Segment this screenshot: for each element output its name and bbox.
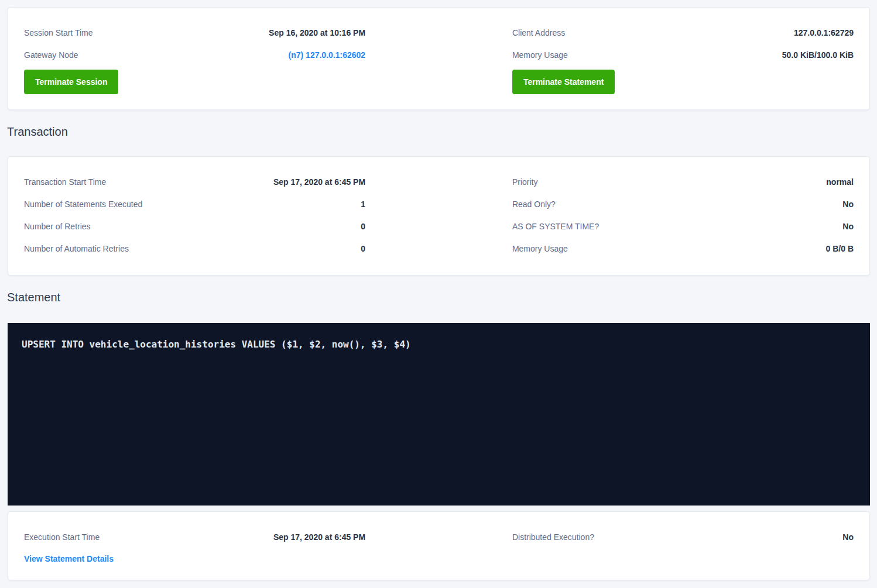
automatic-retries-row: Number of Automatic Retries 0	[24, 238, 365, 260]
as-of-system-time-value: No	[842, 222, 854, 231]
gateway-node-row: Gateway Node (n7) 127.0.0.1:62602	[24, 44, 365, 66]
execution-start-time-row: Execution Start Time Sep 17, 2020 at 6:4…	[24, 526, 365, 548]
read-only-row: Read Only? No	[512, 193, 854, 215]
session-memory-usage-row: Memory Usage 50.0 KiB/100.0 KiB	[512, 44, 854, 66]
priority-label: Priority	[512, 177, 538, 187]
execution-start-time-label: Execution Start Time	[24, 532, 100, 542]
client-address-value: 127.0.0.1:62729	[794, 28, 854, 37]
session-memory-usage-value: 50.0 KiB/100.0 KiB	[782, 50, 854, 60]
priority-row: Priority normal	[512, 171, 854, 193]
gateway-node-label: Gateway Node	[24, 50, 78, 60]
terminate-session-button[interactable]: Terminate Session	[24, 70, 118, 94]
transaction-memory-usage-value: 0 B/0 B	[826, 244, 854, 253]
session-start-time-value: Sep 16, 2020 at 10:16 PM	[269, 28, 365, 37]
gateway-node-link[interactable]: (n7) 127.0.0.1:62602	[289, 50, 366, 60]
session-start-time-label: Session Start Time	[24, 28, 93, 37]
distributed-execution-label: Distributed Execution?	[512, 532, 594, 542]
statements-executed-row: Number of Statements Executed 1	[24, 193, 365, 215]
distributed-execution-value: No	[842, 532, 854, 542]
view-statement-details-row: View Statement Details	[24, 548, 365, 569]
transaction-card-left-column: Transaction Start Time Sep 17, 2020 at 6…	[24, 171, 365, 260]
sql-statement-text: UPSERT INTO vehicle_location_histories V…	[22, 339, 411, 350]
session-card-columns: Session Start Time Sep 16, 2020 at 10:16…	[24, 22, 854, 94]
transaction-start-time-value: Sep 17, 2020 at 6:45 PM	[273, 177, 365, 187]
statements-executed-value: 1	[361, 200, 365, 209]
session-details-page: Session Start Time Sep 16, 2020 at 10:16…	[0, 7, 877, 588]
terminate-statement-button[interactable]: Terminate Statement	[512, 70, 615, 94]
session-summary-card: Session Start Time Sep 16, 2020 at 10:16…	[8, 7, 870, 110]
session-memory-usage-label: Memory Usage	[512, 50, 568, 60]
session-card-left-column: Session Start Time Sep 16, 2020 at 10:16…	[24, 22, 365, 94]
transaction-section-title: Transaction	[7, 123, 877, 140]
execution-start-time-value: Sep 17, 2020 at 6:45 PM	[273, 532, 365, 542]
transaction-memory-usage-row: Memory Usage 0 B/0 B	[512, 238, 854, 260]
session-start-time-row: Session Start Time Sep 16, 2020 at 10:16…	[24, 22, 365, 44]
transaction-start-time-row: Transaction Start Time Sep 17, 2020 at 6…	[24, 171, 365, 193]
client-address-label: Client Address	[512, 28, 565, 37]
distributed-execution-row: Distributed Execution? No	[512, 526, 854, 548]
session-card-right-column: Client Address 127.0.0.1:62729 Memory Us…	[512, 22, 854, 94]
view-statement-details-link[interactable]: View Statement Details	[24, 554, 114, 563]
as-of-system-time-label: AS OF SYSTEM TIME?	[512, 222, 599, 231]
execution-card-right-column: Distributed Execution? No	[512, 526, 854, 569]
transaction-memory-usage-label: Memory Usage	[512, 244, 568, 253]
read-only-label: Read Only?	[512, 200, 556, 209]
statement-section-title: Statement	[7, 289, 877, 305]
client-address-row: Client Address 127.0.0.1:62729	[512, 22, 854, 44]
retries-row: Number of Retries 0	[24, 215, 365, 238]
retries-label: Number of Retries	[24, 222, 91, 231]
execution-card-columns: Execution Start Time Sep 17, 2020 at 6:4…	[24, 526, 854, 569]
automatic-retries-label: Number of Automatic Retries	[24, 244, 129, 253]
transaction-card-right-column: Priority normal Read Only? No AS OF SYST…	[512, 171, 854, 260]
transaction-card-columns: Transaction Start Time Sep 17, 2020 at 6…	[24, 171, 854, 260]
as-of-system-time-row: AS OF SYSTEM TIME? No	[512, 215, 854, 238]
statements-executed-label: Number of Statements Executed	[24, 200, 142, 209]
automatic-retries-value: 0	[361, 244, 365, 253]
transaction-start-time-label: Transaction Start Time	[24, 177, 106, 187]
execution-summary-card: Execution Start Time Sep 17, 2020 at 6:4…	[8, 511, 870, 580]
execution-card-left-column: Execution Start Time Sep 17, 2020 at 6:4…	[24, 526, 365, 569]
sql-statement-box: UPSERT INTO vehicle_location_histories V…	[8, 323, 870, 506]
priority-value: normal	[826, 177, 854, 187]
transaction-summary-card: Transaction Start Time Sep 17, 2020 at 6…	[8, 156, 870, 276]
retries-value: 0	[361, 222, 365, 231]
read-only-value: No	[842, 200, 854, 209]
